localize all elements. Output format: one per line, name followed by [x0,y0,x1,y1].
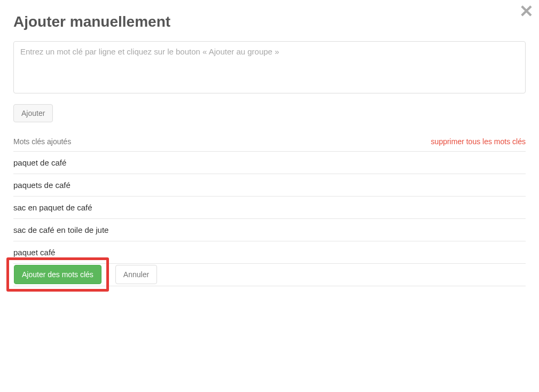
keyword-textarea[interactable] [13,41,526,93]
modal-title: Ajouter manuellement [13,13,526,30]
delete-all-keywords-link[interactable]: supprimer tous les mots clés [431,137,526,146]
list-item: sac en paquet de café [13,197,526,219]
modal-footer: Ajouter des mots clés Annuler [6,257,157,292]
list-item: sac de café en toile de jute [13,219,526,241]
cancel-button[interactable]: Annuler [115,265,157,284]
keywords-header: Mots clés ajoutés supprimer tous les mot… [13,137,526,152]
close-icon[interactable]: ✕ [519,3,534,20]
add-button[interactable]: Ajouter [13,104,53,122]
list-item: paquets de café [13,174,526,197]
list-item: paquet de café [13,152,526,174]
highlight-box: Ajouter des mots clés [6,257,109,292]
add-keywords-modal: ✕ Ajouter manuellement Ajouter Mots clés… [0,0,539,297]
add-keywords-button[interactable]: Ajouter des mots clés [14,265,101,284]
keywords-section-label: Mots clés ajoutés [13,137,71,146]
